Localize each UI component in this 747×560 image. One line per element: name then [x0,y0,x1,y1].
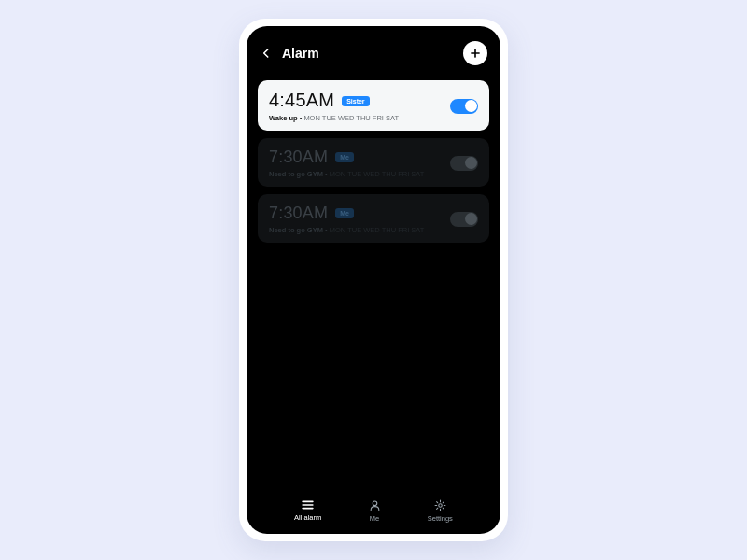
app-header: Alarm [247,26,500,75]
alarm-list: 4:45AM Sister Wake up • MON TUE WED THU … [247,75,500,491]
page-title: Alarm [282,46,319,61]
alarm-label: Need to go GYM [269,170,323,178]
alarm-days: MON TUE WED THU FRI SAT [330,226,425,234]
alarm-label: Wake up [269,114,298,122]
app-screen: Alarm 4:45AM Sister Wake up • [247,26,500,534]
list-icon [301,499,315,511]
svg-point-0 [373,501,377,506]
add-alarm-button[interactable] [463,41,487,65]
alarm-card[interactable]: 4:45AM Sister Wake up • MON TUE WED THU … [258,80,489,131]
tab-bar: All alarm Me Settings [247,491,500,534]
phone-frame: Alarm 4:45AM Sister Wake up • [239,19,508,541]
plus-icon [469,47,482,60]
alarm-tag: Me [335,208,354,218]
alarm-time: 7:30AM [269,203,328,223]
alarm-tag: Sister [342,96,369,106]
alarm-time: 7:30AM [269,147,328,167]
alarm-card[interactable]: 7:30AM Me Need to go GYM • MON TUE WED T… [258,138,489,187]
person-icon [369,499,381,511]
alarm-toggle[interactable] [450,212,478,227]
svg-point-1 [439,503,442,506]
alarm-toggle[interactable] [450,156,478,171]
alarm-card[interactable]: 7:30AM Me Need to go GYM • MON TUE WED T… [258,194,489,243]
alarm-days: MON TUE WED THU FRI SAT [303,114,399,122]
back-button[interactable] [256,43,276,63]
alarm-toggle[interactable] [450,99,478,114]
tab-label: Me [370,514,379,523]
tab-me[interactable]: Me [369,499,381,523]
tab-label: All alarm [294,513,321,522]
tab-settings[interactable]: Settings [428,499,453,523]
alarm-label: Need to go GYM [269,226,323,234]
alarm-tag: Me [335,152,354,162]
gear-icon [434,499,446,511]
alarm-days: MON TUE WED THU FRI SAT [330,170,425,178]
alarm-time: 4:45AM [269,90,334,111]
tab-all-alarm[interactable]: All alarm [294,499,321,522]
tab-label: Settings [428,514,453,523]
chevron-left-icon [260,47,273,60]
